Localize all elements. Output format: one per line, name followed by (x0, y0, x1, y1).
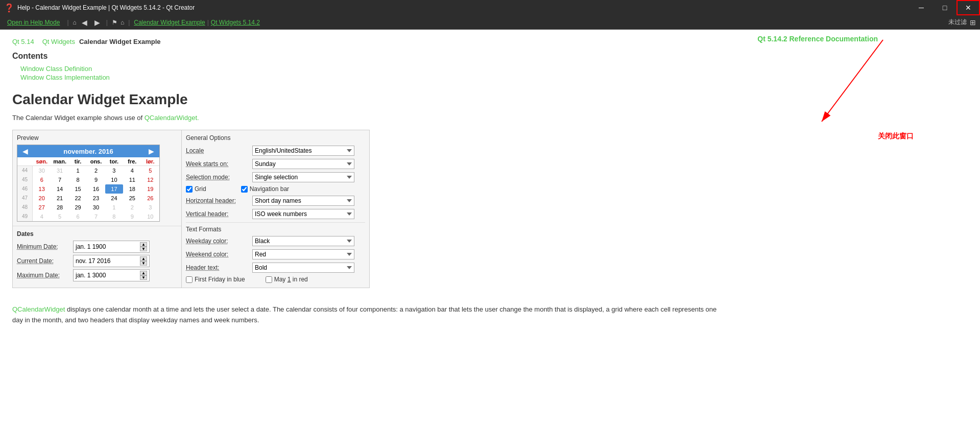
cal-day[interactable]: 10 (105, 175, 123, 184)
cal-day[interactable]: 22 (69, 194, 87, 203)
cal-day-sun: søn. (33, 157, 51, 165)
qcalendar-bottom-link[interactable]: QCalendarWidget (12, 305, 65, 313)
cal-day[interactable]: 6 (33, 175, 51, 184)
cal-day[interactable]: 4 (33, 212, 51, 221)
first-friday-checkbox[interactable] (186, 276, 193, 283)
cal-day-selected[interactable]: 17 (105, 184, 123, 194)
week-starts-select[interactable]: Sunday (252, 159, 354, 169)
cal-day[interactable]: 12 (141, 175, 159, 184)
contents-link-2[interactable]: Window Class Implementation (20, 74, 727, 81)
maximum-date-down[interactable]: ▼ (140, 275, 147, 280)
cal-day[interactable]: 30 (33, 166, 51, 175)
breadcrumb-link-2[interactable]: Qt Widgets 5.14.2 (211, 19, 260, 26)
minimum-date-input[interactable]: jan. 1 1900 ▲ ▼ (73, 241, 150, 253)
header-text-select[interactable]: Bold (252, 263, 354, 273)
nav-bar-checkbox[interactable] (241, 186, 248, 193)
qt-widgets-link[interactable]: Qt Widgets (42, 38, 75, 45)
nav-back-button[interactable]: ◀ (80, 18, 89, 27)
breadcrumb-link-1[interactable]: Calendar Widget Example (134, 19, 205, 26)
grid-checkbox[interactable] (186, 186, 193, 193)
header-text-label: Header text: (186, 264, 252, 271)
cal-day[interactable]: 5 (141, 166, 159, 175)
nav-forward-button[interactable]: ▶ (92, 18, 102, 27)
cal-day[interactable]: 6 (69, 212, 87, 221)
cal-day[interactable]: 29 (69, 203, 87, 212)
bookmark-icon[interactable]: ⚑ (112, 19, 117, 26)
minimize-button[interactable]: ─ (910, 0, 933, 15)
home-icon[interactable]: ⌂ (73, 19, 77, 26)
current-date-value: nov. 17 2016 (76, 257, 111, 265)
cal-day[interactable]: 1 (105, 203, 123, 212)
locale-select[interactable]: English/UnitedStates (252, 146, 354, 156)
qt-version-link[interactable]: Qt 5.14 (12, 38, 34, 45)
cal-day-thu: tor. (105, 157, 123, 165)
cal-day[interactable]: 1 (69, 166, 87, 175)
first-friday-label[interactable]: First Friday in blue (186, 276, 245, 283)
cal-day[interactable]: 2 (87, 166, 105, 175)
cal-day[interactable]: 9 (87, 175, 105, 184)
cal-day[interactable]: 24 (105, 194, 123, 203)
cal-day[interactable]: 11 (123, 175, 141, 184)
qcalendar-link[interactable]: QCalendarWidget. (145, 114, 199, 122)
cal-day[interactable]: 14 (51, 184, 68, 194)
contents-title: Contents (12, 52, 727, 61)
may1-checkbox[interactable] (266, 276, 272, 283)
cal-day[interactable]: 21 (51, 194, 68, 203)
maximum-date-up[interactable]: ▲ (140, 271, 147, 275)
cal-day-wed: ons. (87, 157, 105, 165)
selection-mode-label: Selection mode: (186, 174, 252, 181)
cal-day[interactable]: 26 (141, 194, 159, 203)
cal-day[interactable]: 7 (87, 212, 105, 221)
maximum-date-input[interactable]: jan. 1 3000 ▲ ▼ (73, 269, 150, 281)
cal-day[interactable]: 3 (105, 166, 123, 175)
nav-bar-checkbox-label[interactable]: Navigation bar (241, 185, 289, 193)
current-date-up[interactable]: ▲ (140, 256, 147, 261)
cal-day[interactable]: 4 (123, 166, 141, 175)
cal-day[interactable]: 3 (141, 203, 159, 212)
horizontal-header-select[interactable]: Short day names (252, 196, 354, 206)
contents-link-1[interactable]: Window Class Definition (20, 65, 727, 73)
dates-section: Dates Minimum Date: jan. 1 1900 ▲ ▼ Cur (13, 226, 181, 288)
content-area: Qt 5.14 Qt Widgets Calendar Widget Examp… (0, 30, 980, 427)
cal-day[interactable]: 9 (123, 212, 141, 221)
cal-day[interactable]: 15 (69, 184, 87, 194)
close-button[interactable]: ✕ (957, 0, 980, 15)
minimum-date-up[interactable]: ▲ (140, 242, 147, 247)
cal-next-button[interactable]: ▶ (147, 147, 156, 155)
cal-day[interactable]: 28 (51, 203, 68, 212)
dates-title: Dates (17, 230, 177, 238)
open-help-mode-button[interactable]: Open in Help Mode (4, 18, 63, 27)
vertical-header-select[interactable]: ISO week numbers (252, 209, 354, 219)
weekend-color-row: Weekend color: Red (186, 249, 365, 259)
weekday-color-select[interactable]: Black (252, 236, 354, 246)
cal-day[interactable]: 10 (141, 212, 159, 221)
cal-day[interactable]: 19 (141, 184, 159, 194)
cal-day[interactable]: 25 (123, 194, 141, 203)
may1-label[interactable]: May 1 in red (266, 276, 308, 283)
layout-icon[interactable]: ⊞ (970, 18, 976, 27)
minimum-date-down[interactable]: ▼ (140, 247, 147, 251)
grid-checkbox-label[interactable]: Grid (186, 185, 206, 193)
weekend-color-select[interactable]: Red (252, 249, 354, 259)
cal-day[interactable]: 18 (123, 184, 141, 194)
cal-day[interactable]: 13 (33, 184, 51, 194)
cal-day[interactable]: 7 (51, 175, 68, 184)
restore-button[interactable]: □ (933, 0, 957, 15)
cal-day[interactable]: 2 (123, 203, 141, 212)
home2-icon[interactable]: ⌂ (121, 19, 124, 26)
current-date-down[interactable]: ▼ (140, 261, 147, 266)
cal-day[interactable]: 5 (51, 212, 68, 221)
cal-day[interactable]: 27 (33, 203, 51, 212)
cal-day[interactable]: 23 (87, 194, 105, 203)
ref-doc-link[interactable]: Qt 5.14.2 Reference Documentation (757, 35, 878, 43)
cal-day[interactable]: 20 (33, 194, 51, 203)
cal-day[interactable]: 31 (51, 166, 68, 175)
breadcrumb: Calendar Widget Example | Qt Widgets 5.1… (134, 19, 260, 26)
cal-day[interactable]: 8 (69, 175, 87, 184)
cal-day[interactable]: 30 (87, 203, 105, 212)
cal-day[interactable]: 8 (105, 212, 123, 221)
current-date-input[interactable]: nov. 17 2016 ▲ ▼ (73, 255, 150, 267)
cal-prev-button[interactable]: ◀ (20, 147, 30, 155)
cal-day[interactable]: 16 (87, 184, 105, 194)
selection-mode-select[interactable]: Single selection (252, 172, 354, 182)
